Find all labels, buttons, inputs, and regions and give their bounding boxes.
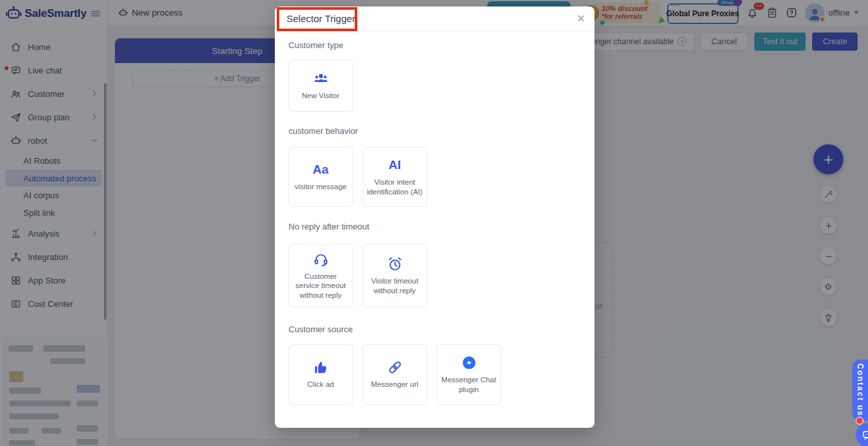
card-label: Visitor timeout without reply [363,276,426,295]
selector-trigger-modal: Selector Trigger ✕ Customer type New Vis… [275,7,594,428]
trigger-card-visitor-intent-ai[interactable]: AI Visitor intent identification (AI) [363,147,427,207]
section-title: No reply after timeout [288,222,581,231]
card-row: New Visitor [288,60,581,112]
link-icon [387,360,403,375]
trigger-card-click-ad[interactable]: Click ad [288,344,353,405]
ai-text-icon: AI [389,157,401,173]
card-row: Click ad Messenger url Messenger Chat pl… [288,344,581,405]
app-window: SaleSmartly Home Live chat Customer Grou… [0,0,868,446]
modal-title: Selector Trigger [275,7,594,31]
card-label: Messenger Chat plugin [437,375,500,394]
section-title: customer behavior [288,126,581,136]
messenger-icon [461,355,478,371]
trigger-card-visitor-timeout[interactable]: Visitor timeout without reply [363,244,427,308]
users-icon [313,71,329,86]
card-row: Aa visitor message AI Visitor intent ide… [288,147,581,207]
card-label: Customer service timeout without reply [289,272,352,300]
contact-us-label: Contact us [856,363,865,417]
card-label: Messenger url [368,380,422,389]
contact-notification-dot [856,417,863,425]
card-label: Click ad [304,380,337,389]
modal-body: Customer type New Visitor customer behav… [275,40,594,405]
modal-header: Selector Trigger ✕ [275,7,594,31]
chat-bubble-icon [862,429,868,441]
trigger-card-messenger-url[interactable]: Messenger url [363,344,427,405]
section-title: Customer type [288,40,581,50]
trigger-card-messenger-chat-plugin[interactable]: Messenger Chat plugin [437,344,501,405]
trigger-card-visitor-message[interactable]: Aa visitor message [288,147,353,207]
thumbs-up-icon [313,360,329,375]
headset-icon [313,252,329,267]
contact-us-tab[interactable]: Contact us [852,360,868,421]
close-icon[interactable]: ✕ [577,7,585,31]
card-label: New Visitor [299,91,343,100]
contact-us-widget: Contact us [852,360,868,421]
card-label: Visitor intent identification (AI) [363,177,426,196]
aa-text-icon: Aa [313,162,328,177]
card-label: visitor message [292,182,350,191]
trigger-card-new-visitor[interactable]: New Visitor [288,60,353,112]
card-row: Customer service timeout without reply V… [288,244,581,308]
alarm-clock-icon [387,256,403,272]
section-title: Customer source [288,324,581,334]
trigger-card-cs-timeout[interactable]: Customer service timeout without reply [288,244,353,308]
